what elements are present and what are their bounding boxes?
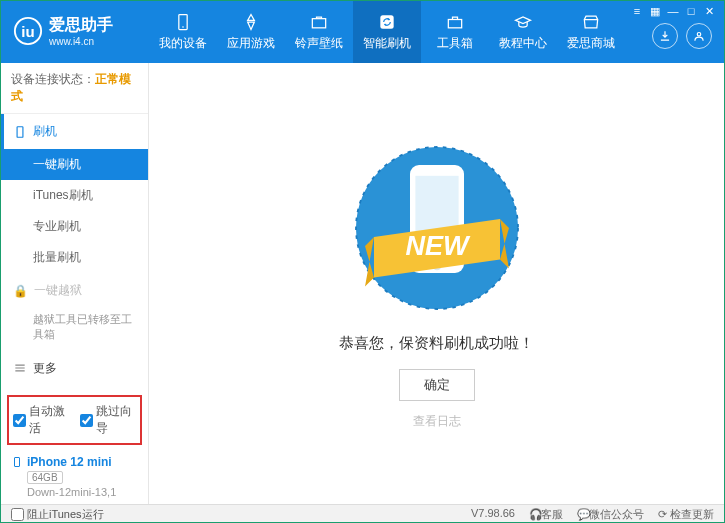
status-bar: 阻止iTunes运行 V7.98.66 🎧客服 💬微信公众号 ⟳检查更新: [1, 504, 724, 523]
phone-small-icon: [13, 125, 27, 139]
nav-apps[interactable]: 应用游戏: [217, 1, 285, 63]
sub-batch-flash[interactable]: 批量刷机: [1, 242, 148, 273]
jailbreak-note: 越狱工具已转移至工具箱: [1, 308, 148, 351]
success-illustration: NEW: [347, 138, 527, 318]
svg-rect-8: [17, 126, 23, 137]
svg-rect-9: [15, 458, 20, 467]
phone-icon: [173, 12, 193, 32]
sub-itunes-flash[interactable]: iTunes刷机: [1, 180, 148, 211]
nav-flash[interactable]: 智能刷机: [353, 1, 421, 63]
success-message: 恭喜您，保资料刷机成功啦！: [339, 334, 534, 353]
cb-block-itunes[interactable]: 阻止iTunes运行: [11, 507, 104, 522]
toolbox-icon: [445, 12, 465, 32]
store-icon: [581, 12, 601, 32]
svg-rect-5: [380, 15, 393, 28]
view-log-link[interactable]: 查看日志: [413, 413, 461, 430]
section-more[interactable]: 更多: [1, 351, 148, 386]
svg-rect-6: [448, 20, 461, 28]
menu-lines-icon: [13, 361, 27, 375]
app-title: 爱思助手: [49, 15, 113, 36]
svg-rect-4: [312, 19, 325, 28]
top-nav: 我的设备 应用游戏 铃声壁纸 智能刷机 工具箱 教程中心 爱思商城: [149, 1, 625, 63]
nav-ringtone[interactable]: 铃声壁纸: [285, 1, 353, 63]
nav-store[interactable]: 爱思商城: [557, 1, 625, 63]
user-icon: [692, 29, 706, 43]
nav-my-device[interactable]: 我的设备: [149, 1, 217, 63]
cb-skip-guide[interactable]: 跳过向导: [80, 403, 137, 437]
version-label: V7.98.66: [471, 507, 515, 522]
download-icon: [658, 29, 672, 43]
device-capacity: 64GB: [27, 471, 63, 484]
device-card[interactable]: iPhone 12 mini 64GB Down-12mini-13,1: [1, 449, 148, 504]
sub-pro-flash[interactable]: 专业刷机: [1, 211, 148, 242]
ok-button[interactable]: 确定: [399, 369, 475, 401]
window-controls: ≡ ▦ — □ ✕: [630, 1, 724, 17]
nav-toolbox[interactable]: 工具箱: [421, 1, 489, 63]
lock-icon: 🔒: [13, 284, 28, 298]
sub-oneclick-flash[interactable]: 一键刷机: [1, 149, 148, 180]
wechat-link[interactable]: 💬微信公众号: [577, 507, 644, 522]
svg-text:NEW: NEW: [405, 231, 471, 261]
checkbox-row: 自动激活 跳过向导: [7, 395, 142, 445]
minimize-icon[interactable]: —: [666, 5, 680, 17]
briefcase-icon: [309, 12, 329, 32]
cb-auto-activate[interactable]: 自动激活: [13, 403, 70, 437]
nav-tutorial[interactable]: 教程中心: [489, 1, 557, 63]
maximize-icon[interactable]: □: [684, 5, 698, 17]
wechat-icon: 💬: [577, 508, 589, 521]
user-button[interactable]: [686, 23, 712, 49]
svg-point-7: [697, 33, 701, 37]
logo-block: iu 爱思助手 www.i4.cn: [1, 1, 149, 47]
menu-icon[interactable]: ≡: [630, 5, 644, 17]
headset-icon: 🎧: [529, 508, 541, 521]
section-flash[interactable]: 刷机: [1, 114, 148, 149]
update-icon: ⟳: [658, 508, 670, 521]
settings-icon[interactable]: ▦: [648, 5, 662, 17]
refresh-icon: [377, 12, 397, 32]
close-icon[interactable]: ✕: [702, 5, 716, 17]
svg-text:iu: iu: [21, 23, 34, 40]
apps-icon: [241, 12, 261, 32]
app-logo-icon: iu: [13, 16, 43, 46]
device-down: Down-12mini-13,1: [27, 486, 138, 498]
app-subtitle: www.i4.cn: [49, 36, 113, 47]
update-link[interactable]: ⟳检查更新: [658, 507, 714, 522]
grad-cap-icon: [513, 12, 533, 32]
sidebar: 设备连接状态：正常模式 刷机 一键刷机 iTunes刷机 专业刷机 批量刷机 🔒…: [1, 63, 149, 504]
title-bar: iu 爱思助手 www.i4.cn 我的设备 应用游戏 铃声壁纸 智能刷机 工具…: [1, 1, 724, 63]
svg-point-3: [182, 26, 184, 28]
section-jailbreak[interactable]: 🔒 一键越狱: [1, 273, 148, 308]
phone-tiny-icon: [11, 456, 23, 468]
sub-other-tools[interactable]: 其他工具: [1, 386, 148, 391]
service-link[interactable]: 🎧客服: [529, 507, 563, 522]
download-button[interactable]: [652, 23, 678, 49]
connection-status: 设备连接状态：正常模式: [1, 63, 148, 114]
main-content: NEW 恭喜您，保资料刷机成功啦！ 确定 查看日志: [149, 63, 724, 504]
